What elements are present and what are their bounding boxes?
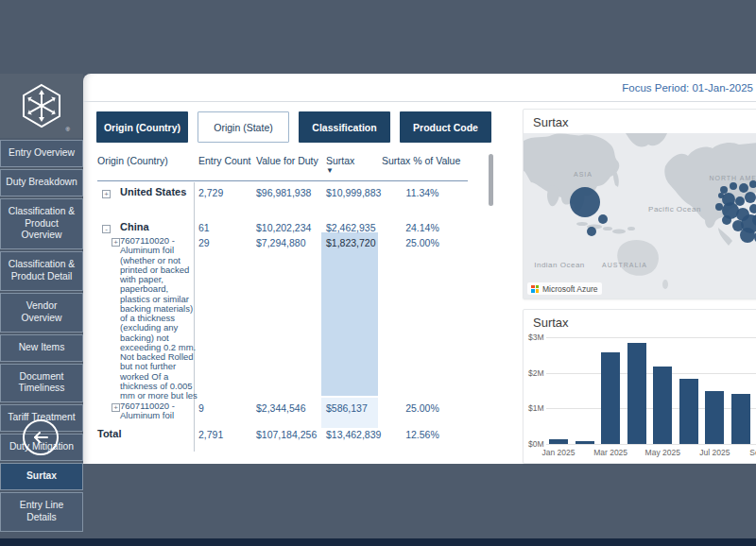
map-label-north-america: NORTH AMERICA: [709, 175, 756, 181]
bar-feb-2025[interactable]: [576, 441, 594, 444]
expand-icon-united-states[interactable]: +: [102, 190, 111, 198]
panel-header: Focus Period: 01-Jan-2025: [83, 74, 756, 102]
total-value-for-duty: $107,184,256: [256, 429, 317, 440]
sort-descending-icon[interactable]: ▼: [326, 166, 334, 175]
map-bubble[interactable]: [740, 228, 755, 243]
bar-chart-plot-area: [546, 337, 756, 444]
p2-value-for-duty[interactable]: $2,344,546: [256, 402, 306, 414]
col-header-entry-count[interactable]: Entry Count: [198, 155, 250, 166]
col-header-value-for-duty[interactable]: Value for Duty: [256, 155, 318, 166]
china-value-for-duty[interactable]: $10,202,234: [256, 222, 311, 233]
bar-jan-2025[interactable]: [549, 439, 568, 444]
col-header-surtax-pct[interactable]: Surtax % of Value: [382, 155, 460, 166]
row-total: Total: [97, 428, 121, 439]
gridline: [546, 373, 756, 374]
map-bubble[interactable]: [745, 192, 756, 203]
map-bubble[interactable]: [720, 186, 728, 194]
sidebar-item-entry-overview[interactable]: Entry Overview: [0, 140, 83, 167]
map-attribution: Microsoft Azure: [527, 282, 602, 295]
map-bubble[interactable]: [735, 196, 745, 206]
p2-surtax[interactable]: $586,137: [326, 402, 368, 414]
sidebar-item-classification-product-overview[interactable]: Classification & Product Overview: [0, 198, 83, 250]
p1-entry-count[interactable]: 29: [198, 237, 210, 248]
bar-apr-2025[interactable]: [627, 343, 646, 444]
map-land-layer: [524, 133, 756, 299]
map-bubble[interactable]: [739, 183, 748, 193]
map-bubble[interactable]: [722, 215, 731, 225]
chart-card-title: Surtax: [533, 316, 569, 330]
tab-origin-state[interactable]: Origin (State): [198, 111, 289, 143]
row-china[interactable]: China: [120, 221, 149, 232]
sidebar-item-vendor-overview[interactable]: Vendor Overview: [0, 293, 83, 333]
sidebar-item-duty-breakdown[interactable]: Duty Breakdown: [0, 169, 83, 196]
world-bubble-map[interactable]: ASIANORTH AMERICAPacific OceanIndian Oce…: [524, 133, 756, 299]
x-axis-tick-sep-2025: Sep 2025: [744, 448, 756, 457]
collapse-icon-china[interactable]: -: [102, 225, 111, 233]
total-entry-count: 2,791: [198, 429, 223, 440]
sidebar-item-new-items[interactable]: New Items: [0, 334, 83, 362]
sidebar-item-entry-line-details[interactable]: Entry Line Details: [0, 492, 83, 532]
row-united-states[interactable]: United States: [120, 186, 186, 197]
tab-origin-country[interactable]: Origin (Country): [96, 111, 188, 143]
row-product-7607110020-long[interactable]: 7607110020 - Aluminum foil (whether or n…: [120, 236, 198, 401]
map-label-asia: ASIA: [574, 171, 593, 178]
p2-surtax-pct[interactable]: 25.00%: [382, 402, 463, 414]
col-header-origin-country[interactable]: Origin (Country): [97, 155, 168, 166]
map-bubble[interactable]: [730, 182, 737, 190]
row-product-7607110020-short[interactable]: 7607110020 - Aluminum foil: [120, 401, 198, 421]
gridline: [546, 337, 756, 338]
bar-jun-2025[interactable]: [679, 379, 698, 444]
china-entry-count[interactable]: 61: [198, 222, 210, 233]
expand-icon-product-1[interactable]: +: [112, 238, 120, 247]
map-bubble[interactable]: [749, 204, 756, 213]
header-underline: [97, 180, 468, 181]
gridline: [546, 408, 756, 409]
sidebar-item-document-timeliness[interactable]: Document Timeliness: [0, 364, 83, 403]
bar-mar-2025[interactable]: [601, 352, 620, 444]
focus-period-label: Focus Period: 01-Jan-2025: [622, 82, 753, 94]
map-bubble[interactable]: [598, 214, 608, 224]
map-label-indian-ocean: Indian Ocean: [534, 261, 585, 269]
selected-cell-highlight: [321, 232, 378, 396]
sidebar-nav: Entry OverviewDuty BreakdownClassificati…: [0, 140, 83, 534]
p2-entry-count[interactable]: 9: [198, 402, 204, 414]
y-axis-tick-3m: $3M: [528, 333, 544, 342]
bottom-strip: [0, 538, 756, 546]
gridline: [546, 444, 756, 445]
y-axis-tick-2m: $2M: [528, 368, 544, 378]
map-bubble[interactable]: [715, 203, 723, 211]
x-axis-tick-jul-2025: Jul 2025: [691, 448, 738, 457]
registered-trademark: ®: [66, 127, 70, 132]
surtax-bar-chart-card: Surtax $0M$1M$2M$3M Jan 2025Mar 2025May …: [523, 309, 756, 464]
map-label-pacific-ocean: Pacific Ocean: [648, 205, 701, 213]
bar-aug-2025[interactable]: [731, 394, 750, 444]
tab-product-code[interactable]: Product Code: [400, 111, 491, 143]
sidebar-item-surtax[interactable]: Surtax: [0, 463, 83, 490]
us-entry-count[interactable]: 2,729: [198, 187, 223, 198]
total-surtax: $13,462,839: [326, 429, 381, 440]
y-axis-tick-1m: $1M: [528, 403, 544, 413]
china-surtax[interactable]: $2,462,935: [326, 222, 376, 233]
map-bubble[interactable]: [587, 227, 596, 236]
p1-surtax-selected[interactable]: $1,823,720: [326, 237, 376, 248]
col-header-surtax[interactable]: Surtax: [326, 155, 354, 166]
bar-jul-2025[interactable]: [705, 391, 724, 445]
us-value-for-duty[interactable]: $96,981,938: [256, 187, 311, 198]
sidebar-item-classification-product-detail[interactable]: Classification & Product Detail: [0, 251, 83, 291]
total-surtax-pct: 12.56%: [382, 429, 463, 440]
hexagon-arrows-logo-icon: [21, 83, 62, 128]
p1-value-for-duty[interactable]: $7,294,880: [256, 237, 306, 248]
us-surtax-pct[interactable]: 11.34%: [382, 187, 463, 198]
bar-may-2025[interactable]: [653, 367, 672, 444]
map-label-australia: AUSTRALIA: [602, 262, 647, 268]
x-axis-tick-jan-2025: Jan 2025: [535, 448, 582, 457]
x-axis-tick-mar-2025: Mar 2025: [587, 448, 634, 457]
p1-surtax-pct[interactable]: 25.00%: [382, 237, 463, 248]
us-surtax[interactable]: $10,999,883: [326, 187, 381, 198]
tab-classification[interactable]: Classification: [299, 111, 390, 143]
table-scrollbar[interactable]: [489, 154, 493, 206]
map-bubble[interactable]: [570, 187, 600, 217]
expand-icon-product-2[interactable]: +: [112, 403, 120, 412]
back-button[interactable]: [23, 419, 59, 455]
china-surtax-pct[interactable]: 24.14%: [382, 222, 463, 233]
